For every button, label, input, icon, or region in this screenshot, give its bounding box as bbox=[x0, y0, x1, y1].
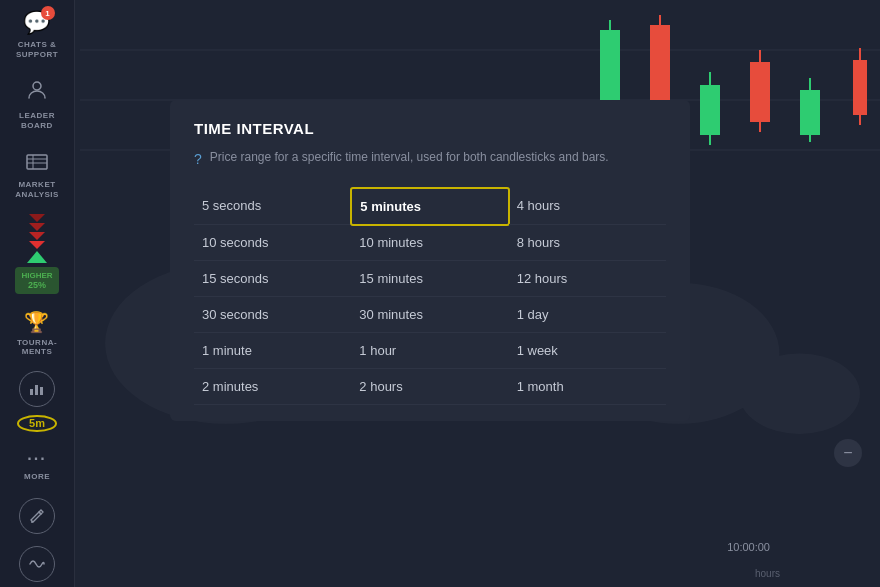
interval-1h[interactable]: 1 hour bbox=[351, 333, 508, 369]
info-icon: ? bbox=[194, 150, 202, 170]
interval-4h[interactable]: 4 hours bbox=[509, 188, 666, 225]
hours-label: hours bbox=[755, 568, 780, 579]
svg-rect-35 bbox=[800, 90, 820, 135]
higher-label: HIGHER bbox=[21, 271, 52, 280]
svg-rect-7 bbox=[40, 387, 43, 395]
sidebar-item-leaderboard[interactable]: LEADERBOARD bbox=[0, 69, 74, 140]
svg-rect-23 bbox=[600, 30, 620, 110]
arrow3 bbox=[29, 232, 45, 240]
more-dots-icon: ··· bbox=[27, 450, 46, 468]
interval-30min[interactable]: 30 minutes bbox=[351, 297, 508, 333]
sidebar-label-market: MARKETANALYSIS bbox=[15, 180, 59, 199]
interval-2m[interactable]: 2 minutes bbox=[194, 369, 351, 405]
sidebar-item-market-analysis[interactable]: MARKETANALYSIS bbox=[0, 140, 74, 209]
leaderboard-icon bbox=[26, 79, 48, 107]
trophy-icon: 🏆 bbox=[24, 310, 50, 334]
interval-10min[interactable]: 10 minutes bbox=[351, 225, 508, 261]
sidebar-label-tournaments: TOURNA-MENTS bbox=[17, 338, 57, 357]
interval-5s[interactable]: 5 seconds bbox=[194, 188, 351, 225]
sidebar-item-more[interactable]: ··· MORE bbox=[0, 440, 74, 491]
arrow1 bbox=[29, 214, 45, 222]
chat-badge: 1 bbox=[41, 6, 55, 20]
svg-rect-29 bbox=[700, 85, 720, 135]
draw-tool-wrapper[interactable] bbox=[19, 495, 55, 537]
higher-box: HIGHER 25% bbox=[15, 267, 58, 294]
interval-1d[interactable]: 1 day bbox=[509, 297, 666, 333]
chart-circle-btn[interactable] bbox=[19, 371, 55, 407]
sidebar-label-more: MORE bbox=[24, 472, 50, 481]
time-interval-panel: TIME INTERVAL ? Price range for a specif… bbox=[170, 100, 690, 421]
scroll-right-btn[interactable]: − bbox=[834, 439, 862, 467]
interval-30s[interactable]: 30 seconds bbox=[194, 297, 351, 333]
svg-point-43 bbox=[739, 353, 860, 434]
draw-icon bbox=[29, 508, 45, 524]
chart-button-wrapper[interactable] bbox=[19, 371, 55, 407]
arrows-down bbox=[29, 214, 45, 249]
intervals-grid: 5 seconds 5 minutes 4 hours 10 seconds 1… bbox=[194, 188, 666, 405]
interval-10s[interactable]: 10 seconds bbox=[194, 225, 351, 261]
higher-pct: 25% bbox=[21, 280, 52, 290]
svg-point-0 bbox=[33, 82, 41, 90]
sidebar-item-chats-support[interactable]: 💬 1 CHATS & SUPPORT bbox=[0, 0, 74, 69]
interval-5m-btn[interactable]: 5m bbox=[17, 415, 57, 432]
interval-15s[interactable]: 15 seconds bbox=[194, 261, 351, 297]
interval-1mo[interactable]: 1 month bbox=[509, 369, 666, 405]
svg-rect-32 bbox=[750, 62, 770, 122]
interval-2h[interactable]: 2 hours bbox=[351, 369, 508, 405]
panel-desc-text: Price range for a specific time interval… bbox=[210, 149, 609, 166]
wave-icon bbox=[29, 558, 45, 570]
interval-1w[interactable]: 1 week bbox=[509, 333, 666, 369]
market-icon bbox=[26, 150, 48, 176]
sidebar: 💬 1 CHATS & SUPPORT LEADERBOARD MARKETAN… bbox=[0, 0, 75, 587]
higher-indicator: HIGHER 25% bbox=[15, 214, 58, 296]
interval-5min[interactable]: 5 minutes bbox=[350, 187, 509, 226]
chart-area: 10:00:00 hours − TIME INTERVAL ? Price r… bbox=[75, 0, 880, 587]
svg-rect-38 bbox=[853, 60, 867, 115]
interval-12h[interactable]: 12 hours bbox=[509, 261, 666, 297]
panel-description: ? Price range for a specific time interv… bbox=[194, 149, 666, 170]
svg-rect-5 bbox=[30, 389, 33, 395]
arrow2 bbox=[29, 223, 45, 231]
draw-tool-btn[interactable] bbox=[19, 498, 55, 534]
interval-1m[interactable]: 1 minute bbox=[194, 333, 351, 369]
sidebar-label-chats: CHATS & SUPPORT bbox=[4, 40, 70, 59]
interval-8h[interactable]: 8 hours bbox=[509, 225, 666, 261]
wave-tool-wrapper[interactable] bbox=[19, 543, 55, 585]
chat-icon-wrapper: 💬 1 bbox=[23, 10, 51, 36]
sidebar-label-leaderboard: LEADERBOARD bbox=[19, 111, 55, 130]
sidebar-item-tournaments[interactable]: 🏆 TOURNA-MENTS bbox=[0, 300, 74, 367]
panel-title: TIME INTERVAL bbox=[194, 120, 666, 137]
svg-rect-1 bbox=[27, 155, 47, 169]
arrow-up bbox=[27, 251, 47, 263]
svg-rect-6 bbox=[35, 385, 38, 395]
interval-15min[interactable]: 15 minutes bbox=[351, 261, 508, 297]
wave-tool-btn[interactable] bbox=[19, 546, 55, 582]
arrow4 bbox=[29, 241, 45, 249]
time-label: 10:00:00 bbox=[727, 541, 770, 553]
bar-chart-icon bbox=[29, 381, 45, 397]
